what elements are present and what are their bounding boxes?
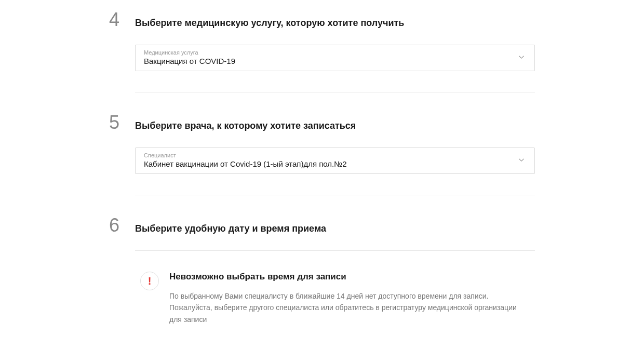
step-5-header: 5 Выберите врача, к которому хотите запи…: [109, 113, 535, 132]
step-6: 6 Выберите удобную дату и время приема !…: [109, 216, 535, 336]
step-6-header: 6 Выберите удобную дату и время приема: [109, 216, 535, 235]
divider: [135, 92, 535, 92]
specialist-select[interactable]: Специалист Кабинет вакцинации от Covid-1…: [135, 148, 535, 174]
step-6-number: 6: [109, 216, 125, 235]
step-5-title: Выберите врача, к которому хотите записа…: [135, 120, 356, 131]
step-4: 4 Выберите медицинскую услугу, которую х…: [109, 10, 535, 71]
step-4-header: 4 Выберите медицинскую услугу, которую х…: [109, 10, 535, 29]
specialist-value: Кабинет вакцинации от Covid-19 (1-ый эта…: [144, 159, 514, 168]
step-5-content: Специалист Кабинет вакцинации от Covid-1…: [135, 148, 535, 174]
alert-text: По выбранному Вами специалисту в ближайш…: [169, 290, 530, 325]
form-container: 4 Выберите медицинскую услугу, которую х…: [109, 0, 535, 362]
step-6-content: ! Невозможно выбрать время для записи По…: [135, 250, 535, 336]
medical-service-select[interactable]: Медицинская услуга Вакцинация от COVID-1…: [135, 45, 535, 71]
step-4-content: Медицинская услуга Вакцинация от COVID-1…: [135, 45, 535, 71]
step-4-number: 4: [109, 10, 125, 29]
step-5-number: 5: [109, 113, 125, 132]
alert-box: ! Невозможно выбрать время для записи По…: [135, 261, 535, 336]
specialist-label: Специалист: [144, 152, 514, 158]
medical-service-label: Медицинская услуга: [144, 49, 514, 56]
step-4-title: Выберите медицинскую услугу, которую хот…: [135, 18, 404, 29]
chevron-down-icon: [517, 52, 526, 64]
alert-content: Невозможно выбрать время для записи По в…: [169, 272, 530, 325]
medical-service-value: Вакцинация от COVID-19: [144, 57, 514, 65]
step-6-title: Выберите удобную дату и время приема: [135, 223, 326, 234]
divider: [135, 195, 535, 195]
alert-title: Невозможно выбрать время для записи: [169, 272, 530, 282]
step-5: 5 Выберите врача, к которому хотите запи…: [109, 113, 535, 174]
chevron-down-icon: [517, 155, 526, 167]
alert-icon-wrap: !: [140, 272, 159, 290]
exclamation-icon: !: [148, 275, 152, 287]
